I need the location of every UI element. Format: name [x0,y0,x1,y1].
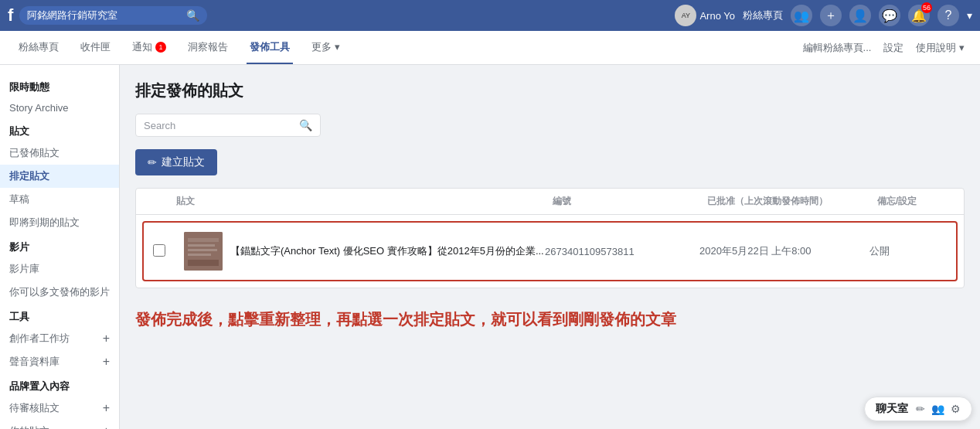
friends-icon-btn[interactable]: 👥 [791,5,812,26]
nav-more[interactable]: 更多 ▾ [308,31,343,64]
top-search-icon: 🔍 [186,9,199,22]
nav-home-link[interactable]: 粉絲專頁 [743,9,783,22]
chat-label: 聊天室 [876,402,908,416]
messenger-icon-btn[interactable]: 💬 [879,5,900,26]
chat-people-icon[interactable]: 👥 [931,403,944,415]
post-title: 【錨點文字(Anchor Text) 優化SEO 實作攻略】從2012年5月份的… [230,244,544,258]
sidebar: 限時動態 Story Archive 貼文 已發佈貼文 排定貼文 草稿 即將到期… [0,65,120,429]
chat-settings-icon[interactable]: ⚙ [951,403,961,415]
top-search-input[interactable] [27,10,182,22]
create-icon-btn[interactable]: ＋ [820,5,842,26]
create-post-button[interactable]: ✏ 建立貼文 [135,149,217,175]
secondary-nav-right: 編輯粉絲專頁... 設定 使用說明 ▾ [803,41,965,55]
col-id: 編號 [553,195,707,208]
top-nav-left: f 🔍 [8,5,207,26]
chat-icons: ✏ 👥 ⚙ [916,403,961,415]
sidebar-item-scheduled[interactable]: 排定貼文 [0,165,119,188]
section-title-branded: 品牌置入內容 [0,373,119,397]
account-chevron[interactable]: ▾ [967,9,972,22]
content-area: 排定發佈的貼文 🔍 ✏ 建立貼文 貼文 編號 已批准（上次滾動發佈時間） 備忘/… [120,65,980,429]
section-title-posts: 貼文 [0,118,119,141]
help-icon-btn[interactable]: ? [937,5,959,26]
plus-sound-icon: + [103,355,110,369]
nav-notifications[interactable]: 通知 1 [129,31,169,64]
sidebar-section-stories: 限時動態 Story Archive [0,74,119,118]
chat-compose-icon[interactable]: ✏ [916,403,925,415]
search-box: 🔍 [135,114,321,137]
secondary-nav-left: 粉絲專頁 收件匣 通知 1 洞察報告 發佈工具 更多 ▾ [15,31,343,64]
notifications-icon-btn[interactable]: 🔔 56 [908,5,930,26]
sidebar-item-your-posts[interactable]: 你的貼文 + [0,420,119,429]
col-settings: 備忘/設定 [877,195,954,208]
notification-badge: 56 [921,2,932,13]
top-nav-right: AY Arno Yo 粉絲專頁 👥 ＋ 👤 💬 🔔 56 ? ▾ [675,5,972,26]
sidebar-item-sound-library[interactable]: 聲音資料庫 + [0,350,119,373]
nav-help[interactable]: 使用說明 ▾ [916,41,965,55]
post-audience: 公開 [869,244,947,258]
sidebar-item-drafts[interactable]: 草稿 [0,188,119,211]
user-name[interactable]: Arno Yo [699,10,735,22]
row-checkbox[interactable] [153,244,165,257]
plus-pending-icon: + [103,401,110,415]
table-row: 【錨點文字(Anchor Text) 優化SEO 實作攻略】從2012年5月份的… [144,223,956,280]
posts-table: 貼文 編號 已批准（上次滾動發佈時間） 備忘/設定 [135,188,965,288]
secondary-nav: 粉絲專頁 收件匣 通知 1 洞察報告 發佈工具 更多 ▾ 編輯粉絲專頁... 設… [0,31,980,65]
search-magnify-icon: 🔍 [299,119,312,131]
sidebar-item-published[interactable]: 已發佈貼文 [0,141,119,165]
avatar[interactable]: AY [675,5,696,26]
section-title-tools: 工具 [0,304,119,327]
nav-fans-page[interactable]: 粉絲專頁 [15,31,62,64]
nav-inbox[interactable]: 收件匣 [77,31,114,64]
nav-publishing-tools[interactable]: 發佈工具 [247,31,293,64]
sidebar-section-video: 影片 影片庫 你可以多文發佈的影片 [0,234,119,304]
search-input[interactable] [144,120,294,131]
annotation-banner: 發佈完成後，點擊重新整理，再點選一次排定貼文，就可以看到剛剛發佈的文章 [135,301,965,338]
row-checkbox-cell [153,244,184,259]
sidebar-item-video-library[interactable]: 影片庫 [0,257,119,281]
post-thumbnail [184,232,223,271]
sidebar-section-tools: 工具 創作者工作坊 + 聲音資料庫 + [0,304,119,373]
table-row-highlighted: 【錨點文字(Anchor Text) 優化SEO 實作攻略】從2012年5月份的… [142,221,958,281]
table-header: 貼文 編號 已批准（上次滾動發佈時間） 備忘/設定 [136,189,964,215]
nav-insights[interactable]: 洞察報告 [185,31,231,64]
sidebar-item-story-archive[interactable]: Story Archive [0,97,119,118]
svg-rect-2 [188,244,215,247]
top-nav: f 🔍 AY Arno Yo 粉絲專頁 👥 ＋ 👤 💬 🔔 56 ? ▾ [0,0,980,31]
page-title: 排定發佈的貼文 [135,80,965,101]
search-section: 🔍 [135,114,965,137]
top-search-bar: 🔍 [19,6,207,25]
col-checkbox [145,195,176,208]
section-title-video: 影片 [0,234,119,257]
main-layout: 限時動態 Story Archive 貼文 已發佈貼文 排定貼文 草稿 即將到期… [0,65,980,429]
col-date: 已批准（上次滾動發佈時間） [707,195,877,208]
sidebar-section-posts: 貼文 已發佈貼文 排定貼文 草稿 即將到期的貼文 [0,118,119,234]
create-btn-icon: ✏ [148,156,157,169]
nav-user: AY Arno Yo [675,5,735,26]
facebook-logo: f [8,5,13,26]
plus-creator-icon: + [103,332,110,346]
plus-yourposts-icon: + [103,424,110,429]
col-post: 貼文 [176,195,553,208]
section-title-stories: 限時動態 [0,74,119,97]
nav-settings[interactable]: 設定 [883,41,903,55]
svg-rect-3 [188,249,217,251]
svg-rect-5 [188,260,219,266]
sidebar-item-pending-posts[interactable]: 待審核貼文 + [0,397,119,420]
post-id: 2673401109573811 [545,246,699,257]
notification-count-badge: 1 [155,42,166,53]
post-cell: 【錨點文字(Anchor Text) 優化SEO 實作攻略】從2012年5月份的… [184,232,545,271]
svg-rect-4 [188,254,211,256]
sidebar-item-multi-publish[interactable]: 你可以多文發佈的影片 [0,281,119,304]
chat-bar[interactable]: 聊天室 ✏ 👥 ⚙ [864,397,972,421]
sidebar-item-creator-studio[interactable]: 創作者工作坊 + [0,327,119,350]
nav-edit-page[interactable]: 編輯粉絲專頁... [803,41,872,55]
svg-rect-1 [188,238,219,242]
sidebar-section-branded: 品牌置入內容 待審核貼文 + 你的貼文 + [0,373,119,429]
post-date: 2020年5月22日 上午8:00 [699,244,869,258]
sidebar-item-expiring[interactable]: 即將到期的貼文 [0,211,119,234]
create-btn-label: 建立貼文 [162,155,205,169]
people-icon-btn[interactable]: 👤 [849,5,871,26]
